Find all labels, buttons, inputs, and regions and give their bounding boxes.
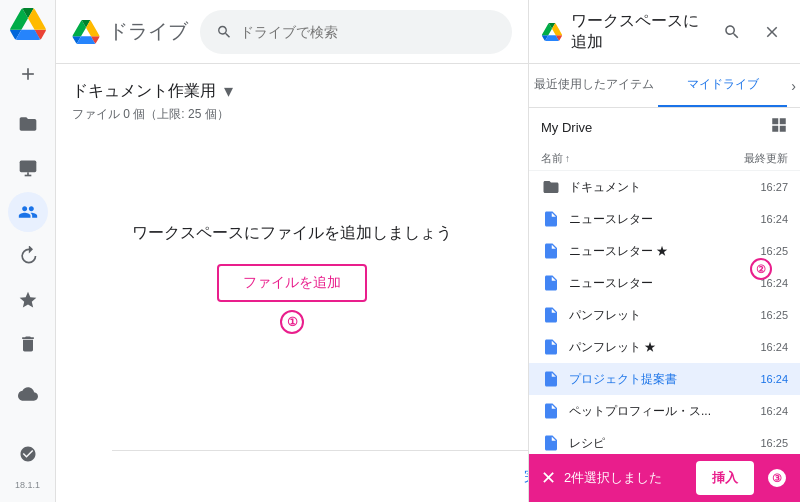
search-icon [216, 23, 232, 41]
file-name-label: レシピ [569, 435, 730, 452]
file-date-label: 16:25 [738, 437, 788, 449]
file-date-label: 16:27 [738, 181, 788, 193]
list-item[interactable]: ニュースレター 16:24 [529, 203, 800, 235]
doc-icon [541, 433, 561, 453]
right-panel: ワークスペースに追加 最近使用したアイテム マイドライブ › My Drive … [528, 0, 800, 502]
list-item[interactable]: ペットプロフィール・ス... 16:24 [529, 395, 800, 427]
version-label: 18.1.1 [15, 480, 40, 490]
dialog-footer: 完了 [112, 450, 584, 502]
doc-icon [541, 241, 561, 261]
svg-rect-9 [548, 284, 554, 285]
svg-rect-19 [548, 444, 554, 445]
annotation-1: ① [280, 310, 304, 334]
svg-rect-8 [548, 254, 553, 255]
insert-button[interactable]: 挿入 [696, 461, 754, 495]
file-name-label: パンフレット ★ [569, 339, 730, 356]
svg-rect-5 [548, 220, 554, 221]
file-date-label: 16:24 [738, 373, 788, 385]
tab-more-icon[interactable]: › [787, 64, 800, 107]
file-date-label: 16:25 [738, 245, 788, 257]
mydrive-label: My Drive [541, 120, 592, 135]
list-item[interactable]: ドキュメント 16:27 [529, 171, 800, 203]
file-name-label: ペットプロフィール・ス... [569, 403, 730, 420]
dialog-subtitle: ファイル 0 個（上限: 25 個） [72, 106, 512, 123]
file-date-label: 16:25 [738, 309, 788, 321]
dialog-content: ドキュメント作業用 ▾ ファイル 0 個（上限: 25 個） ワークスペースにフ… [56, 64, 528, 390]
svg-rect-6 [548, 222, 553, 223]
tab-recent[interactable]: 最近使用したアイテム [529, 64, 658, 107]
file-name-label: ニュースレター [569, 275, 730, 292]
dialog-title: ドキュメント作業用 [72, 81, 216, 102]
right-header-icons [716, 16, 788, 48]
sidebar-item-storage[interactable] [8, 374, 48, 414]
svg-rect-13 [548, 348, 554, 349]
sidebar-bottom: 18.1.1 [8, 432, 48, 502]
drive-logo-area: ドライブ [72, 18, 188, 45]
folder-icon [541, 177, 561, 197]
list-item[interactable]: パンフレット ★ 16:24 [529, 331, 800, 363]
empty-area: ワークスペースにファイルを追加しましょう ファイルを追加 ① [72, 183, 512, 374]
svg-rect-7 [548, 252, 554, 253]
app-title: ドライブ [108, 18, 188, 45]
list-item[interactable]: パンフレット 16:25 [529, 299, 800, 331]
panel-search-button[interactable] [716, 16, 748, 48]
panel-tabs: 最近使用したアイテム マイドライブ › [529, 64, 800, 108]
svg-rect-14 [548, 350, 553, 351]
sort-icon: ↑ [565, 153, 570, 164]
svg-rect-10 [548, 286, 553, 287]
file-list-header: 名前 ↑ 最終更新 [529, 147, 800, 171]
mydrive-header: My Drive [529, 108, 800, 147]
file-name-label: ニュースレター [569, 211, 730, 228]
file-name-label: プロジェクト提案書 [569, 371, 730, 388]
file-list: ドキュメント 16:27 ニュースレター 16:24 ニュースレター ★ 16:… [529, 171, 800, 454]
svg-rect-20 [548, 446, 553, 447]
search-bar[interactable] [200, 10, 512, 54]
tab-mydrive[interactable]: マイドライブ [658, 64, 787, 107]
svg-rect-16 [548, 382, 553, 383]
doc-icon [541, 337, 561, 357]
add-file-button[interactable]: ファイルを追加 [217, 264, 367, 302]
sidebar-item-starred[interactable] [8, 280, 48, 320]
title-dropdown-icon[interactable]: ▾ [224, 80, 233, 102]
file-date-label: 16:24 [738, 213, 788, 225]
bottom-bar: ✕ 2件選択しました 挿入 ③ [529, 454, 800, 502]
panel-close-button[interactable] [756, 16, 788, 48]
sidebar-item-mydrive[interactable] [8, 104, 48, 144]
drive-logo [10, 8, 46, 44]
doc-icon [541, 273, 561, 293]
list-item[interactable]: レシピ 16:25 [529, 427, 800, 454]
doc-icon [541, 369, 561, 389]
right-panel-title: ワークスペースに追加 [571, 11, 708, 53]
file-date-label: 16:24 [738, 405, 788, 417]
grid-view-icon[interactable] [770, 116, 788, 139]
right-header-logo [541, 23, 563, 41]
sidebar-item-trash[interactable] [8, 324, 48, 364]
right-panel-header: ワークスペースに追加 [529, 0, 800, 64]
file-name-label: ニュースレター ★ [569, 243, 730, 260]
sidebar: 18.1.1 [0, 0, 56, 502]
doc-icon [541, 209, 561, 229]
sidebar-item-computers[interactable] [8, 148, 48, 188]
file-name-label: ドキュメント [569, 179, 730, 196]
list-item[interactable]: プロジェクト提案書 16:24 [529, 363, 800, 395]
main-dialog: ドライブ ドキュメント作業用 ▾ ファイル 0 個（上限: 25 個） ワークス… [56, 0, 528, 502]
new-button[interactable] [8, 54, 48, 94]
svg-rect-12 [548, 318, 553, 319]
sidebar-item-shared[interactable] [8, 192, 48, 232]
sidebar-item-recent[interactable] [8, 236, 48, 276]
selected-count-label: 2件選択しました [564, 469, 688, 487]
topbar: ドライブ [56, 0, 528, 64]
col-name-header[interactable]: 名前 ↑ [541, 151, 738, 166]
svg-rect-15 [548, 380, 554, 381]
search-input[interactable] [240, 24, 496, 40]
admin-console-icon[interactable] [8, 434, 48, 474]
svg-rect-18 [548, 414, 553, 415]
file-name-label: パンフレット [569, 307, 730, 324]
doc-icon [541, 305, 561, 325]
col-date-header: 最終更新 [738, 151, 788, 166]
svg-rect-2 [19, 161, 36, 173]
file-date-label: 16:24 [738, 341, 788, 353]
svg-rect-11 [548, 316, 554, 317]
dialog-header: ドキュメント作業用 ▾ [72, 80, 512, 102]
bottom-close-icon[interactable]: ✕ [541, 467, 556, 489]
